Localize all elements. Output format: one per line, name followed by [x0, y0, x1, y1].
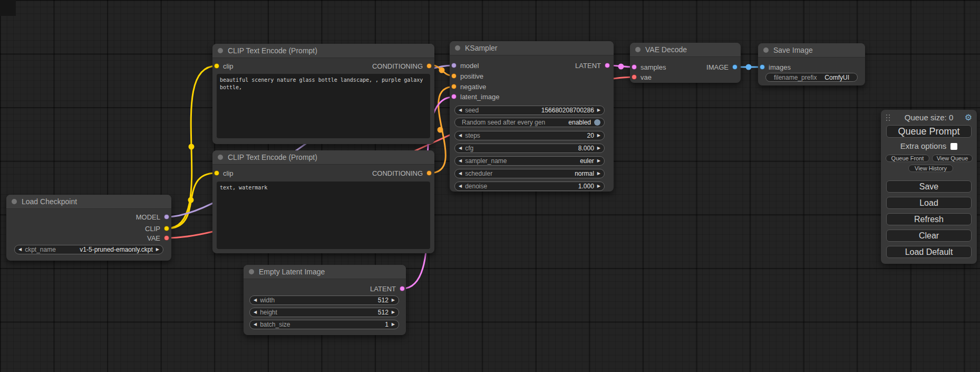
increment-arrow-icon[interactable]: ▶ [597, 182, 600, 191]
extra-options-checkbox[interactable] [950, 143, 957, 150]
positive-prompt-textarea[interactable]: beautiful scenery nature glass bottle la… [217, 74, 430, 138]
link-dot [189, 144, 195, 150]
increment-arrow-icon[interactable]: ▶ [597, 106, 600, 115]
height-widget[interactable]: ◀ height 512 ▶ [249, 308, 399, 317]
ckpt-name-widget[interactable]: ◀ ckpt_name v1-5-pruned-emaonly.ckpt ▶ [14, 245, 163, 254]
denoise-widget[interactable]: ◀ denoise 1.000 ▶ [454, 182, 605, 191]
decrement-arrow-icon[interactable]: ◀ [18, 245, 22, 254]
output-latent: LATENT [575, 62, 610, 69]
decrement-arrow-icon[interactable]: ◀ [254, 308, 257, 317]
queue-front-button[interactable]: Queue Front [886, 155, 929, 162]
conditioning-port-icon[interactable] [426, 63, 432, 69]
decrement-arrow-icon[interactable]: ◀ [254, 295, 257, 305]
decrement-arrow-icon[interactable]: ◀ [254, 320, 257, 329]
image-port-icon[interactable] [732, 64, 738, 70]
queue-prompt-button[interactable]: Queue Prompt [886, 125, 972, 138]
conditioning-port-icon[interactable] [451, 84, 457, 89]
scheduler-widget[interactable]: ◀ scheduler normal ▶ [454, 169, 605, 178]
node-title: VAE Decode [645, 43, 687, 56]
increment-arrow-icon[interactable]: ▶ [597, 131, 600, 140]
latent-port-icon[interactable] [605, 63, 610, 68]
conditioning-port-icon[interactable] [451, 73, 457, 79]
load-button[interactable]: Load [886, 197, 972, 209]
collapse-dot-icon[interactable] [763, 47, 769, 53]
collapse-dot-icon[interactable] [455, 45, 460, 51]
decrement-arrow-icon[interactable]: ◀ [459, 182, 462, 191]
node-title: CLIP Text Encode (Prompt) [228, 44, 317, 58]
extra-options-row: Extra options [881, 141, 977, 150]
batch-size-widget[interactable]: ◀ batch_size 1 ▶ [249, 320, 399, 329]
increment-arrow-icon[interactable]: ▶ [597, 169, 600, 178]
node-clip-text-encode-negative: CLIP Text Encode (Prompt) clip CONDITION… [212, 150, 434, 253]
decrement-arrow-icon[interactable]: ◀ [459, 131, 462, 140]
node-save-image: Save Image images filename_prefix ComfyU… [758, 43, 865, 85]
decrement-arrow-icon[interactable]: ◀ [459, 106, 462, 115]
input-latent-image: latent_image [451, 93, 499, 100]
latent-port-icon[interactable] [632, 64, 637, 70]
negative-prompt-textarea[interactable]: text, watermark [217, 182, 430, 249]
increment-arrow-icon[interactable]: ▶ [392, 295, 395, 305]
node-title: Load Checkpoint [22, 195, 77, 208]
conditioning-port-icon[interactable] [426, 170, 432, 176]
decrement-arrow-icon[interactable]: ◀ [459, 156, 462, 166]
random-seed-toggle-widget[interactable]: Random seed after every gen enabled [454, 118, 605, 127]
latent-port-icon[interactable] [451, 94, 457, 99]
width-widget[interactable]: ◀ width 512 ▶ [249, 295, 399, 305]
collapse-dot-icon[interactable] [218, 48, 223, 53]
vae-port-icon[interactable] [164, 235, 169, 241]
filename-prefix-widget[interactable]: filename_prefix ComfyUI [765, 73, 858, 82]
node-title: KSampler [465, 41, 497, 55]
increment-arrow-icon[interactable]: ▶ [597, 144, 600, 153]
model-port-icon[interactable] [451, 63, 457, 68]
output-latent: LATENT [370, 285, 405, 292]
queue-size-label: Queue size: 0 [881, 113, 977, 122]
input-samples: samples [632, 63, 666, 71]
node-title-bar[interactable]: Load Checkpoint [6, 195, 171, 209]
seed-widget[interactable]: ◀ seed 156680208700286 ▶ [454, 106, 605, 115]
toggle-on-icon[interactable] [594, 119, 600, 126]
clip-port-icon[interactable] [214, 170, 219, 176]
decrement-arrow-icon[interactable]: ◀ [459, 169, 462, 178]
image-port-icon[interactable] [760, 64, 765, 70]
node-title-bar[interactable]: VAE Decode [630, 43, 741, 57]
node-title-bar[interactable]: CLIP Text Encode (Prompt) [212, 150, 434, 165]
node-load-checkpoint: Load Checkpoint MODEL CLIP VAE ◀ ckpt_na… [6, 195, 171, 261]
increment-arrow-icon[interactable]: ▶ [156, 245, 159, 254]
input-clip: clip [214, 62, 234, 70]
node-graph-canvas[interactable]: Load Checkpoint MODEL CLIP VAE ◀ ckpt_na… [0, 0, 980, 372]
node-vae-decode: VAE Decode samples vae IMAGE [630, 43, 741, 83]
cfg-widget[interactable]: ◀ cfg 8.000 ▶ [454, 144, 605, 153]
node-title-bar[interactable]: Save Image [758, 43, 865, 58]
clip-port-icon[interactable] [164, 226, 169, 231]
load-default-button[interactable]: Load Default [886, 246, 972, 258]
increment-arrow-icon[interactable]: ▶ [597, 156, 600, 166]
decrement-arrow-icon[interactable]: ◀ [459, 144, 462, 153]
model-port-icon[interactable] [164, 214, 169, 220]
output-model: MODEL [136, 213, 169, 221]
collapse-dot-icon[interactable] [218, 155, 223, 160]
latent-port-icon[interactable] [400, 286, 405, 291]
node-title-bar[interactable]: Empty Latent Image [244, 265, 406, 279]
view-history-button[interactable]: View History [908, 165, 953, 172]
save-button[interactable]: Save [886, 180, 972, 193]
refresh-button[interactable]: Refresh [886, 213, 972, 225]
settings-gear-icon[interactable]: ⚙ [965, 112, 972, 122]
node-title: Save Image [773, 43, 813, 57]
input-vae: vae [632, 73, 652, 81]
clip-port-icon[interactable] [214, 63, 219, 69]
input-model: model [451, 62, 479, 69]
collapse-dot-icon[interactable] [12, 199, 17, 204]
node-title-bar[interactable]: CLIP Text Encode (Prompt) [212, 44, 434, 58]
vae-port-icon[interactable] [632, 74, 637, 80]
node-title-bar[interactable]: KSampler [450, 41, 614, 55]
collapse-dot-icon[interactable] [249, 269, 254, 274]
collapse-dot-icon[interactable] [635, 47, 641, 52]
view-queue-button[interactable]: View Queue [932, 155, 973, 162]
increment-arrow-icon[interactable]: ▶ [392, 308, 395, 317]
output-conditioning: CONDITIONING [372, 62, 432, 70]
steps-widget[interactable]: ◀ steps 20 ▶ [454, 131, 605, 140]
clear-button[interactable]: Clear [886, 230, 972, 242]
sampler-name-widget[interactable]: ◀ sampler_name euler ▶ [454, 156, 605, 166]
increment-arrow-icon[interactable]: ▶ [392, 320, 395, 329]
input-images: images [760, 63, 791, 71]
